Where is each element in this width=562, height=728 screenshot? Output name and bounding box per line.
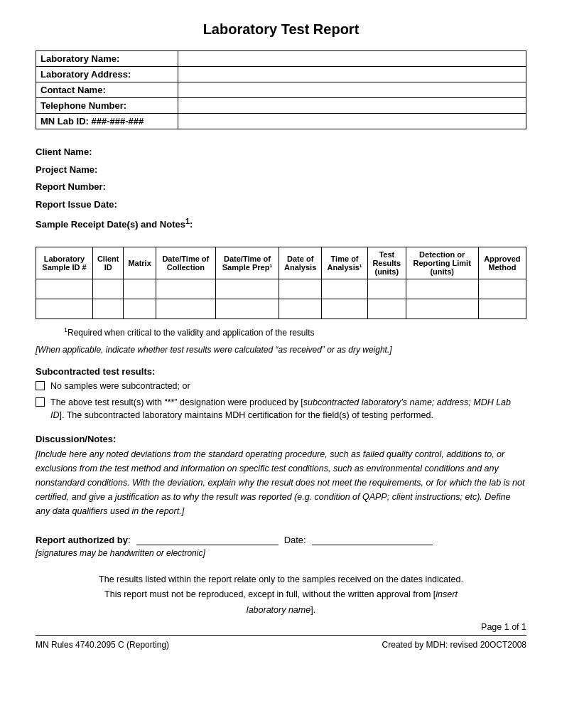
info-value: [178, 67, 526, 82]
subcontract-heading: Subcontracted test results:: [36, 366, 526, 377]
info-label: Contact Name:: [36, 82, 178, 98]
page-title: Laboratory Test Report: [36, 21, 526, 38]
italic-note: [When applicable, indicate whether test …: [36, 345, 526, 355]
discussion-heading: Discussion/Notes:: [36, 434, 526, 444]
subcontract-section: Subcontracted test results: No samples w…: [36, 366, 526, 422]
table-header: Date of Analysis: [279, 247, 322, 279]
table-cell: [156, 279, 215, 299]
client-name-label: Client Name:: [36, 146, 92, 157]
table-cell: [215, 279, 279, 299]
table-cell: [36, 299, 93, 318]
table-cell: [156, 299, 215, 318]
table-cell: [124, 279, 156, 299]
signature-section: Report authorized by: Date: [signatures …: [36, 532, 526, 558]
page-number: Page 1 of 1: [36, 622, 526, 632]
table-cell: [367, 279, 406, 299]
footnote: 1Required when critical to the validity …: [64, 326, 526, 338]
info-value: [178, 98, 526, 114]
table-header: Approved Method: [478, 247, 526, 279]
table-header: Date/Time of Collection: [156, 247, 215, 279]
signature-note: [signatures may be handwritten or electr…: [36, 548, 526, 558]
table-cell: [279, 299, 322, 318]
table-cell: [36, 279, 93, 299]
bottom-rule: [36, 635, 526, 636]
table-cell: [322, 279, 368, 299]
bottom-footer: MN Rules 4740.2095 C (Reporting) Created…: [36, 640, 526, 650]
table-cell: [367, 299, 406, 318]
info-value: [178, 51, 526, 67]
signature-line-blank: [136, 532, 279, 545]
table-cell: [406, 299, 478, 318]
report-authorized-label: Report authorized by: [36, 535, 128, 545]
mn-rules-label: MN Rules 4740.2095 C (Reporting): [36, 640, 169, 650]
table-header: Detection or Reporting Limit (units): [406, 247, 478, 279]
table-header: Test Results (units): [367, 247, 406, 279]
discussion-section: Discussion/Notes: [Include here any note…: [36, 434, 526, 518]
subcontract-option2: The above test result(s) with “**” desig…: [36, 396, 526, 423]
table-cell: [93, 279, 124, 299]
table-header: Time of Analysis¹: [322, 247, 368, 279]
checkbox-icon-2: [36, 397, 45, 407]
table-cell: [93, 299, 124, 318]
footer-note: The results listed within the report rel…: [36, 572, 526, 618]
info-value: [178, 114, 526, 129]
table-cell: [279, 279, 322, 299]
results-table: Laboratory Sample ID #Client IDMatrixDat…: [36, 247, 526, 319]
table-cell: [406, 279, 478, 299]
subcontract-option1: No samples were subcontracted; or: [36, 380, 526, 393]
info-value: [178, 82, 526, 98]
project-name-label: Project Name:: [36, 164, 97, 175]
info-label: Laboratory Address:: [36, 67, 178, 82]
lab-info-table: Laboratory Name:Laboratory Address:Conta…: [36, 50, 526, 129]
report-issue-date-label: Report Issue Date:: [36, 199, 117, 210]
table-cell: [478, 279, 526, 299]
report-number-label: Report Number:: [36, 181, 106, 192]
created-by-label: Created by MDH: revised 20OCT2008: [382, 640, 526, 650]
date-line-blank: [312, 532, 433, 545]
table-cell: [124, 299, 156, 318]
date-label: Date:: [284, 535, 306, 545]
table-header: Matrix: [124, 247, 156, 279]
info-label: MN Lab ID: ###-###-###: [36, 114, 178, 129]
client-info-section: Client Name: Project Name: Report Number…: [36, 144, 526, 234]
checkbox-icon: [36, 381, 45, 390]
table-header: Client ID: [93, 247, 124, 279]
table-cell: [322, 299, 368, 318]
info-label: Laboratory Name:: [36, 51, 178, 67]
info-label: Telephone Number:: [36, 98, 178, 114]
table-cell: [478, 299, 526, 318]
table-cell: [215, 299, 279, 318]
sample-receipt-label: Sample Receipt Date(s) and Notes1:: [36, 219, 193, 230]
table-header: Laboratory Sample ID #: [36, 247, 93, 279]
table-header: Date/Time of Sample Prep¹: [215, 247, 279, 279]
